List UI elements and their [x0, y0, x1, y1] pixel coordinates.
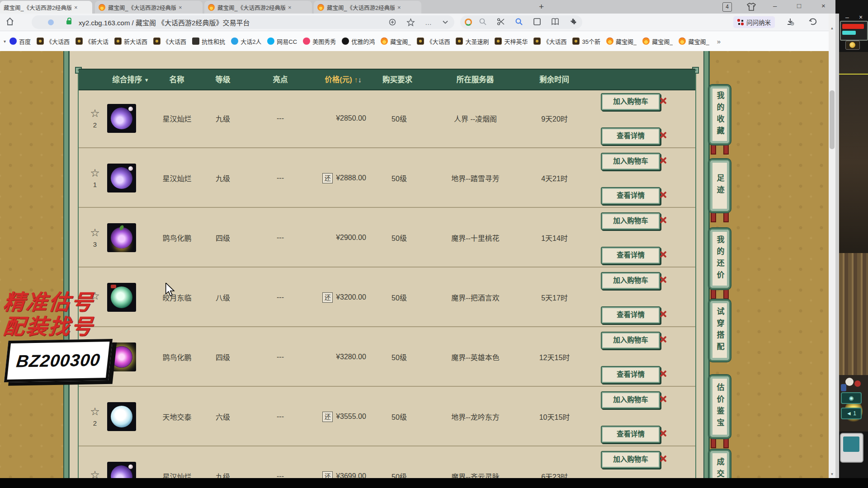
- bookmark-item[interactable]: 《新大话: [75, 37, 108, 46]
- scroll-up-icon[interactable]: ▲: [829, 26, 835, 30]
- favorite-count[interactable]: ☆1: [85, 148, 105, 208]
- browser-tab-2[interactable]: 藏宝阁_《大话西游2经典版》 ×: [95, 1, 203, 14]
- game-minimize-icon[interactable]: –: [845, 14, 849, 21]
- bookmark-item[interactable]: 百度: [9, 37, 31, 46]
- sidebar-item-footprints[interactable]: 足迹: [709, 159, 731, 212]
- item-thumbnail[interactable]: [106, 208, 137, 267]
- item-name[interactable]: 星汉灿烂: [144, 89, 210, 148]
- add-to-cart-button[interactable]: 加入购物车: [601, 451, 660, 469]
- scissors-icon[interactable]: [497, 18, 505, 26]
- medal-icon[interactable]: [845, 41, 860, 50]
- item-thumbnail[interactable]: [106, 267, 137, 327]
- browser-tab-1[interactable]: 藏宝阁_《大话西游2经典版》 ×: [0, 1, 92, 14]
- extensions-icon[interactable]: [569, 18, 577, 26]
- star-icon: ☆: [90, 407, 100, 417]
- url-text[interactable]: xy2.cbg.163.com / 藏宝阁 《大话西游2经典版》交易平台: [79, 18, 250, 27]
- bookmark-item[interactable]: 《大话西: [37, 37, 70, 46]
- add-to-cart-button[interactable]: 加入购物车: [601, 391, 660, 409]
- tab-close-icon[interactable]: ×: [179, 4, 182, 11]
- reading-list-icon[interactable]: [551, 18, 559, 26]
- bookmark-item[interactable]: 大话2人: [231, 37, 261, 46]
- view-details-button[interactable]: 查看详情: [601, 306, 660, 324]
- lock-icon[interactable]: [66, 20, 71, 24]
- address-bar[interactable]: xy2.cbg.163.com / 藏宝阁 《大话西游2经典版》交易平台 …: [32, 15, 454, 29]
- bookmark-item[interactable]: 《大话西: [153, 37, 186, 46]
- sidebar-item-appraise[interactable]: 估价鉴宝: [709, 375, 731, 438]
- item-name[interactable]: 鹍鸟化鹏: [144, 208, 210, 267]
- add-to-cart-button[interactable]: 加入购物车: [601, 332, 660, 349]
- bookmark-item[interactable]: 藏宝阁_: [642, 37, 673, 46]
- new-tab-button[interactable]: +: [539, 2, 544, 12]
- item-name[interactable]: 星汉灿烂: [144, 148, 210, 208]
- tab-count-badge[interactable]: 4: [722, 2, 732, 12]
- flame-favicon: [317, 4, 324, 11]
- site-info-icon[interactable]: [48, 19, 54, 25]
- bookmark-item[interactable]: 藏宝阁_: [679, 37, 709, 46]
- search-blue-icon[interactable]: [515, 18, 523, 26]
- bookmark-item[interactable]: 藏宝阁_: [606, 37, 637, 46]
- browser-tab-4[interactable]: 藏宝阁_《大话西游2经典版》 ×: [314, 1, 421, 14]
- item-name[interactable]: 皎月东临: [144, 267, 210, 327]
- game-page-button[interactable]: ◄ 1: [841, 408, 862, 419]
- screenshot-icon[interactable]: [533, 18, 541, 26]
- bookmark-item[interactable]: 《大话西: [417, 37, 450, 46]
- add-to-cart-button[interactable]: 加入购物车: [601, 272, 660, 290]
- game-close-icon[interactable]: ×: [859, 14, 863, 21]
- download-icon[interactable]: v: [786, 17, 795, 26]
- view-details-button[interactable]: 查看详情: [601, 127, 660, 145]
- scrollbar-thumb[interactable]: [830, 90, 835, 149]
- bookmark-item[interactable]: 《大话西: [533, 37, 566, 46]
- bookmarks-overflow-icon[interactable]: »: [717, 38, 721, 45]
- view-details-button[interactable]: 查看详情: [601, 187, 660, 205]
- undo-icon[interactable]: [808, 17, 817, 26]
- view-details-button[interactable]: 查看详情: [601, 366, 660, 384]
- flame-favicon: [679, 38, 686, 45]
- bookmark-item[interactable]: 美图秀秀: [303, 37, 336, 46]
- home-icon[interactable]: [5, 17, 14, 26]
- col-price-sort[interactable]: 价格(元) ↑↓: [309, 70, 377, 89]
- add-to-cart-button[interactable]: 加入购物车: [601, 93, 660, 111]
- sidebar-item-my-bargains[interactable]: 我的还价: [709, 228, 731, 289]
- item-name[interactable]: 鹍鸟化鹏: [144, 327, 210, 387]
- tab-close-icon[interactable]: ×: [288, 4, 292, 11]
- chevron-down-icon[interactable]: [442, 19, 449, 26]
- sidebar-item-my-favorites[interactable]: 我的收藏: [709, 85, 731, 145]
- bookmark-star-icon[interactable]: [406, 18, 415, 27]
- bookmark-item[interactable]: 大圣速刷: [456, 37, 489, 46]
- monitor-icon[interactable]: [840, 433, 863, 463]
- minimize-button[interactable]: –: [773, 2, 777, 9]
- tab-close-icon[interactable]: ×: [74, 4, 78, 11]
- add-to-cart-button[interactable]: 加入购物车: [601, 212, 660, 230]
- sidebar-item-try-on[interactable]: 试穿搭配: [709, 300, 731, 361]
- view-details-button[interactable]: 查看详情: [601, 247, 660, 264]
- favorite-count[interactable]: ☆3: [85, 208, 105, 267]
- item-thumbnail[interactable]: [106, 89, 137, 148]
- favorite-count[interactable]: ☆2: [85, 89, 105, 148]
- view-details-button[interactable]: 查看详情: [601, 426, 660, 443]
- bookmark-item[interactable]: 藏宝阁_: [381, 37, 411, 46]
- bookmark-item[interactable]: 优雅的鸿: [342, 37, 375, 46]
- tab-close-icon[interactable]: ×: [397, 4, 401, 11]
- item-thumbnail[interactable]: [106, 148, 137, 208]
- nano-assistant-button[interactable]: 问问纳米: [733, 16, 775, 28]
- favorite-count[interactable]: ☆2: [85, 387, 105, 446]
- find-icon[interactable]: [479, 18, 487, 26]
- game-eye-button[interactable]: ◉: [841, 392, 862, 404]
- bookmark-item[interactable]: 天梓英华: [495, 37, 528, 46]
- shirt-icon[interactable]: [747, 3, 756, 11]
- page-scrollbar[interactable]: ▲ ▼: [829, 14, 835, 488]
- bookmark-item[interactable]: 网易CC: [267, 37, 297, 46]
- scroll-down-icon[interactable]: ▼: [829, 472, 835, 476]
- more-actions-icon[interactable]: …: [425, 19, 432, 26]
- close-button[interactable]: ×: [821, 2, 826, 9]
- add-to-cart-button[interactable]: 加入购物车: [601, 153, 660, 170]
- bookmark-item[interactable]: 35个新: [572, 37, 600, 46]
- target-plus-icon[interactable]: [388, 18, 396, 26]
- bookmark-item[interactable]: 新大话西: [114, 37, 147, 46]
- maximize-button[interactable]: □: [797, 2, 801, 9]
- bookmarks-dropdown-icon[interactable]: ▾: [4, 39, 6, 44]
- browser-tab-3[interactable]: 藏宝阁_《大话西游2经典版》 ×: [204, 1, 312, 14]
- item-thumbnail[interactable]: [106, 387, 137, 446]
- bookmark-item[interactable]: 抗性和抗: [192, 37, 225, 46]
- item-name[interactable]: 天地交泰: [144, 387, 210, 446]
